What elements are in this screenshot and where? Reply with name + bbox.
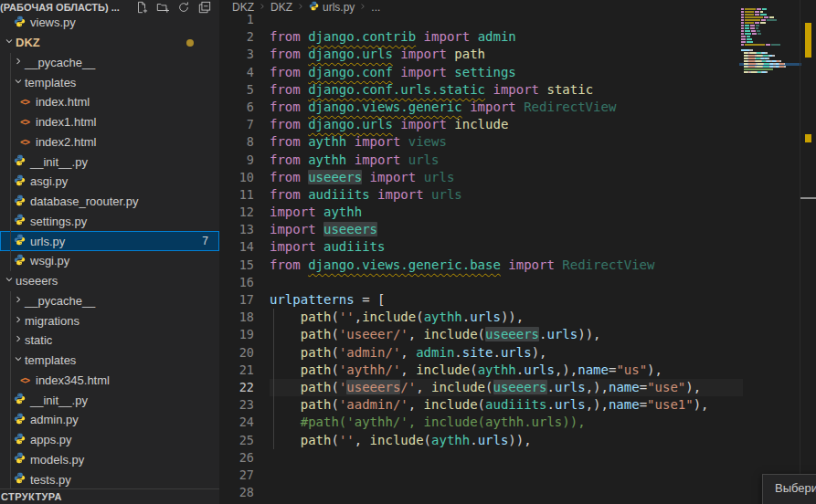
tree-item-label: __init__.py [30,155,88,169]
code-line-5[interactable]: 5from django.conf.urls.static import sta… [219,81,743,99]
minimap-line [741,71,800,73]
tree-item-index2-html[interactable]: <>index2.html [0,132,219,152]
tree-item-migrations[interactable]: migrations [0,310,219,331]
line-number[interactable]: 4 [230,64,254,81]
minimap-line [741,74,800,76]
code-line-17[interactable]: 17urlpatterns = [ [219,291,743,309]
line-number[interactable]: 8 [230,133,254,151]
tree-item-templates[interactable]: templates [0,72,219,92]
code-line-9[interactable]: 9from aythh import urls [219,152,743,169]
code-line-27[interactable]: 27 [219,467,743,484]
line-number[interactable]: 22 [230,379,254,396]
line-number[interactable]: 5 [230,81,254,99]
python-icon [14,433,26,447]
code-area[interactable]: 12from django.contrib import admin3from … [219,11,743,501]
code-line-16[interactable]: 16 [219,274,743,291]
tree-item-tests-py[interactable]: tests.py [0,469,219,489]
tree-item--pycache-[interactable]: __pycache__ [0,53,219,73]
collapse-all-icon[interactable] [197,0,212,15]
code-line-13[interactable]: 13import useeers [219,221,743,238]
tree-item-views-py[interactable]: views.py [0,13,219,33]
tree-item--init-py[interactable]: __init__.py [0,390,219,410]
tree-item-index-html[interactable]: <>index.html [0,92,219,112]
code-line-21[interactable]: 21 path('aythh/', include(aythh.urls,),n… [219,362,743,379]
tree-item-label: static [25,333,52,347]
line-number[interactable]: 20 [230,344,254,362]
code-line-11[interactable]: 11from audiiits import urls [219,186,743,204]
html-icon: <> [20,117,29,127]
refresh-icon[interactable] [176,0,191,15]
tree-item-index345-html[interactable]: <>index345.html [0,371,219,391]
tree-item-admin-py[interactable]: admin.py [0,410,219,430]
code-line-3[interactable]: 3from django.urls import path [219,46,743,63]
line-number[interactable]: 26 [230,449,254,467]
code-line-20[interactable]: 20 path('admin/', admin.site.urls), [219,344,743,362]
line-number[interactable]: 28 [230,484,254,501]
line-number[interactable]: 15 [230,257,254,274]
scroll-indicator-line[interactable] [800,197,816,199]
code-line-24[interactable]: 24 #path('aythh/', include(aythh.urls)), [219,414,743,431]
line-number[interactable]: 3 [230,46,254,63]
new-folder-icon[interactable] [155,0,170,15]
line-number[interactable]: 17 [230,291,254,309]
code-line-8[interactable]: 8from aythh import views [219,133,743,151]
line-number[interactable]: 12 [230,204,254,221]
code-line-6[interactable]: 6from django.views.generic import Redire… [219,99,743,116]
line-number[interactable]: 6 [230,99,254,116]
tree-item-static[interactable]: static [0,331,219,351]
outline-section-header[interactable]: СТРУКТУРА [0,488,219,504]
tree-item-wsgi-py[interactable]: wsgi.py [0,251,219,271]
new-file-icon[interactable] [134,0,149,15]
editor-pane: DKZDKZurls.py... 12from django.contrib i… [219,0,816,504]
code-line-4[interactable]: 4from django.conf import settings [219,64,743,81]
line-number[interactable]: 9 [230,152,254,169]
line-number[interactable]: 19 [230,326,254,343]
code-line-15[interactable]: 15from django.views.generic.base import … [219,257,743,274]
line-number[interactable]: 24 [230,414,254,431]
code-line-26[interactable]: 26 [219,449,743,467]
tree-item-useeers[interactable]: useeers [0,271,219,291]
code-line-28[interactable]: 28 [219,484,743,501]
python-icon [14,16,26,30]
tree-item-urls-py[interactable]: urls.py7 [0,231,219,251]
tree-item-database-roouter-py[interactable]: database_roouter.py [0,192,219,212]
tree-item-models-py[interactable]: models.py [0,450,219,470]
line-number[interactable]: 18 [230,309,254,326]
tree-item-templates[interactable]: templates [0,351,219,371]
line-number[interactable]: 1 [230,11,254,28]
explorer-section-header[interactable]: (РАБОЧАЯ ОБЛАСТЬ) ... [0,0,219,14]
line-number[interactable]: 25 [230,432,254,449]
code-line-7[interactable]: 7from django.urls import include [219,116,743,133]
line-number[interactable]: 16 [230,274,254,291]
code-line-22[interactable]: 22 path('useeers/', include(useeers.urls… [219,379,743,396]
tree-item-dkz[interactable]: DKZ [0,33,219,53]
line-number[interactable]: 11 [230,186,254,204]
line-number[interactable]: 27 [230,467,254,484]
line-number[interactable]: 2 [230,28,254,46]
tree-item-apps-py[interactable]: apps.py [0,430,219,450]
line-number[interactable]: 21 [230,362,254,379]
overview-ruler[interactable] [800,0,816,504]
minimap[interactable] [741,0,800,504]
tree-item-index1-html[interactable]: <>index1.html [0,112,219,132]
tree-item--pycache-[interactable]: __pycache__ [0,291,219,311]
tree-item--init-py[interactable]: __init__.py [0,152,219,172]
code-line-23[interactable]: 23 path('aadmin/', include(audiiits.urls… [219,396,743,414]
tree-item-asgi-py[interactable]: asgi.py [0,172,219,192]
code-line-19[interactable]: 19 path('useeer/', include(useeers.urls)… [219,326,743,343]
code-line-1[interactable]: 1 [219,11,743,28]
line-number[interactable]: 13 [230,221,254,238]
line-number[interactable]: 7 [230,116,254,133]
code-line-25[interactable]: 25 path('', include(aythh.urls)), [219,432,743,449]
code-line-14[interactable]: 14import audiiits [219,238,743,256]
code-line-2[interactable]: 2from django.contrib import admin [219,28,743,46]
line-number[interactable]: 10 [230,169,254,186]
code-line-12[interactable]: 12import aythh [219,204,743,221]
minimap-line [741,60,800,62]
code-line-10[interactable]: 10from useeers import urls [219,169,743,186]
line-number[interactable]: 14 [230,238,254,256]
tree-item-label: tests.py [30,473,71,487]
code-line-18[interactable]: 18 path('',include(aythh.urls)), [219,309,743,326]
tree-item-settings-py[interactable]: settings.py [0,212,219,232]
line-number[interactable]: 23 [230,396,254,414]
